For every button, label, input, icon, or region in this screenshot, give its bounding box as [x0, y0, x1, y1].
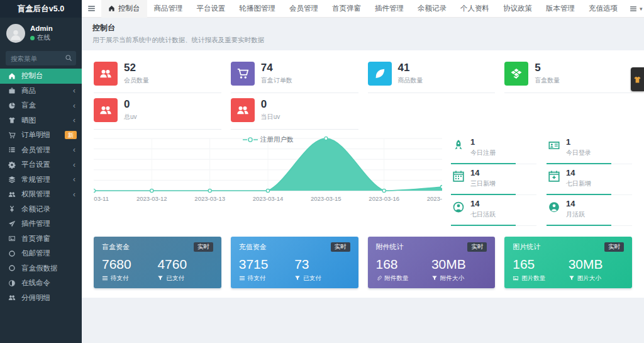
calendar-plus-icon [548, 170, 560, 183]
menu-icon [630, 5, 637, 13]
mini-stat-七日新增: 14 七日新增 [547, 166, 632, 195]
mini-stat-label: 今日登录 [566, 149, 591, 157]
calendar-icon [452, 170, 465, 183]
stat-value: 0 [124, 99, 137, 111]
summary-card-附件统计: 附件统计 实时 168 附件数量 30MB 附件大小 [368, 237, 496, 288]
tab-会员管理[interactable]: 会员管理 [282, 0, 325, 18]
mini-stat-label: 三日新增 [470, 179, 496, 188]
sidebar-item-members[interactable]: 会员管理‹ [0, 143, 82, 158]
filter-icon [569, 275, 575, 281]
layers-icon [8, 176, 16, 183]
tab-商品管理[interactable]: 商品管理 [147, 0, 190, 18]
sidebar-item-goods[interactable]: 商品‹ [0, 84, 82, 99]
sidebar-item-home-popup[interactable]: 首页弹窗 [0, 232, 82, 247]
stat-card-grid: 52 会员数量 74 盲盒订单数 41 商品数量 5 盲盒数量 0 总uv 0 … [94, 57, 632, 130]
tab-个人资料[interactable]: 个人资料 [453, 0, 496, 18]
sidebar-item-label: 权限管理 [21, 189, 73, 199]
mini-stat-value: 14 [470, 169, 496, 178]
hamburger-icon [87, 4, 96, 13]
chart-legend[interactable]: 注册用户数 [94, 135, 442, 144]
tab-协议政策[interactable]: 协议政策 [496, 0, 539, 18]
mini-stat-value: 14 [566, 200, 585, 209]
tab-平台设置[interactable]: 平台设置 [190, 0, 233, 18]
user-circle-icon [452, 201, 465, 213]
sidebar-item-photos[interactable]: 晒图‹ [0, 113, 82, 128]
tab-首页弹窗[interactable]: 首页弹窗 [325, 0, 368, 18]
sidebar-item-permission[interactable]: 权限管理‹ [0, 187, 82, 202]
user-status: 在线 [30, 33, 53, 42]
sidebar-item-label: 在线命令 [21, 278, 77, 288]
filter-icon [294, 275, 301, 281]
sidebar-toggle-button[interactable] [82, 4, 101, 13]
mini-stat-value: 14 [566, 169, 591, 178]
stat-icon-box [231, 62, 255, 86]
card-value: 168 [376, 257, 431, 271]
main-area: 控制台商品管理平台设置轮播图管理会员管理首页弹窗插件管理余额记录个人资料协议政策… [82, 0, 644, 343]
sidebar-item-blindbox[interactable]: 盲盒‹ [0, 98, 82, 113]
sidebar-item-orders[interactable]: 订单明细新 [0, 128, 82, 143]
theme-switcher-button[interactable] [631, 67, 644, 91]
accent-underline [547, 163, 611, 164]
chevron-left-icon: ‹ [73, 160, 77, 169]
realtime-badge: 实时 [467, 242, 487, 252]
dashboard-icon [8, 72, 16, 80]
stat-label: 当日uv [261, 113, 280, 121]
layout-dropdown[interactable]: ▾ [625, 0, 644, 18]
tab-控制台[interactable]: 控制台 [101, 0, 147, 18]
card-value: 3715 [239, 257, 294, 271]
sidebar-item-label: 余额记录 [21, 205, 77, 214]
chart-row: 注册用户数 2023-03-112023-03-122023-03-132023… [94, 135, 632, 227]
accent-underline [451, 225, 516, 226]
sidebar-item-online-cmd[interactable]: 在线命令 [0, 276, 82, 291]
user-circle-fill-icon [548, 201, 560, 213]
sidebar: 盲盒后台v5.0 Admin 在线 控制台商品‹盲盒‹晒图‹订单明 [0, 0, 82, 343]
filter-icon [431, 275, 438, 281]
cart-icon [236, 67, 249, 80]
topbar: 控制台商品管理平台设置轮播图管理会员管理首页弹窗插件管理余额记录个人资料协议政策… [82, 0, 644, 18]
tab-余额记录[interactable]: 余额记录 [411, 0, 453, 18]
page-header: 控制台 用于展示当前系统中的统计数据、统计报表及重要实时数据 [82, 18, 644, 50]
adjust-icon [8, 279, 16, 287]
mini-stat-月活跃: 14 月活跃 [547, 196, 632, 226]
x-axis-tick: 2023-03-17 [427, 195, 442, 202]
sidebar-item-balance[interactable]: 余额记录 [0, 202, 82, 217]
sidebar-item-plugins[interactable]: 插件管理 [0, 216, 82, 232]
sidebar-item-console[interactable]: 控制台 [0, 69, 82, 84]
stat-icon-box [94, 62, 118, 86]
stat-icon-box [504, 62, 528, 86]
list-icon [8, 146, 16, 154]
sidebar-item-commission[interactable]: 分佣明细 [0, 291, 82, 306]
accent-underline [451, 194, 516, 195]
users-icon [236, 104, 249, 116]
x-axis-tick: 2023-03-11 [94, 195, 109, 202]
stat-value: 5 [535, 62, 560, 74]
tab-轮播图管理[interactable]: 轮播图管理 [233, 0, 283, 18]
sidebar-item-label: 会员管理 [21, 145, 73, 155]
stat-icon-box [231, 98, 255, 122]
sidebar-menu: 控制台商品‹盲盒‹晒图‹订单明细新会员管理‹平台设置‹常规管理‹权限管理‹余额记… [0, 69, 82, 343]
card-value: 165 [513, 257, 568, 271]
summary-card-盲盒资金: 盲盒资金 实时 7680 待支付 4760 已支付 [94, 237, 221, 288]
sidebar-item-fake-data[interactable]: 盲盒假数据 [0, 261, 82, 276]
stat-icon-box [368, 62, 392, 86]
sidebar-item-general[interactable]: 常规管理‹ [0, 172, 82, 188]
x-axis-tick: 2023-03-13 [194, 195, 225, 202]
search-icon [65, 54, 72, 62]
sidebar-item-free-shipping[interactable]: 包邮管理 [0, 246, 82, 261]
tab-充值选项[interactable]: 充值选项 [582, 0, 625, 18]
circle-icon [8, 264, 16, 272]
accent-underline [451, 163, 516, 164]
sidebar-item-platform[interactable]: 平台设置‹ [0, 157, 82, 172]
chevron-left-icon: ‹ [73, 101, 77, 110]
tab-插件管理[interactable]: 插件管理 [368, 0, 411, 18]
briefcase-icon [8, 87, 16, 94]
sidebar-item-label: 首页弹窗 [21, 234, 77, 244]
chevron-left-icon: ‹ [73, 190, 77, 199]
tab-版本管理[interactable]: 版本管理 [539, 0, 582, 18]
mini-stat-今日登录: 1 今日登录 [547, 135, 632, 164]
sidebar-item-label: 商品 [21, 86, 73, 96]
menu-icon [239, 275, 245, 281]
user-name: Admin [30, 25, 53, 32]
sidebar-item-label: 包邮管理 [21, 249, 77, 258]
topbar-actions: ▾主页清除缓存Admin [625, 0, 644, 18]
